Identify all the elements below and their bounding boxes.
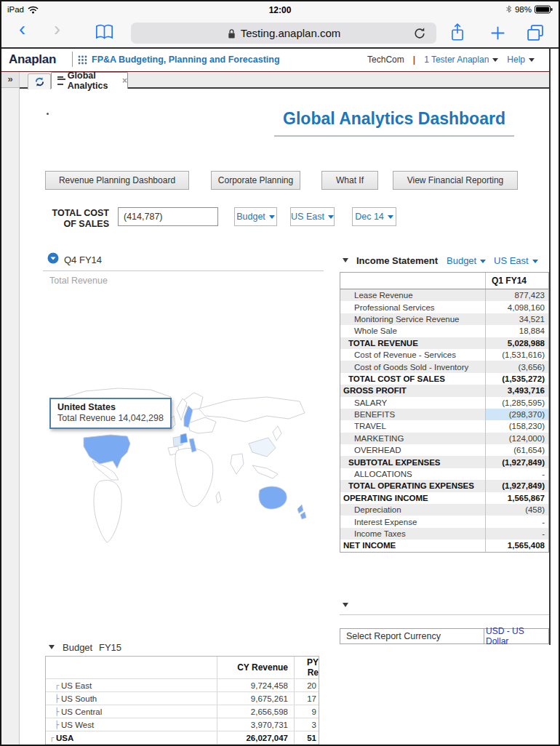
- bookmarks-icon[interactable]: [95, 23, 114, 41]
- income-row-monitoring-service-revenue[interactable]: Monitoring Service Revenue34,521: [340, 313, 548, 325]
- row-value[interactable]: (1,285,595): [486, 397, 548, 409]
- cy-revenue-value[interactable]: 2,656,598: [217, 705, 295, 718]
- income-row-gross-profit[interactable]: GROSS PROFIT3,493,716: [340, 385, 548, 396]
- income-row-depreciation[interactable]: Depreciation(458): [340, 504, 548, 516]
- py-revenue-value[interactable]: 3: [295, 718, 319, 731]
- income-row-benefits[interactable]: BENEFITS(298,370): [340, 409, 548, 420]
- row-value[interactable]: -: [486, 468, 548, 480]
- collapse-panel-button[interactable]: »: [1, 72, 19, 88]
- apps-grid-icon[interactable]: [78, 55, 87, 65]
- py-revenue-value[interactable]: 17: [295, 692, 319, 705]
- row-value[interactable]: 4,098,160: [486, 301, 548, 313]
- budget-dropdown[interactable]: Budget: [234, 207, 277, 226]
- is-budget-dropdown[interactable]: Budget: [447, 255, 486, 266]
- row-value[interactable]: (298,370): [486, 409, 548, 420]
- cy-revenue-value[interactable]: 9,675,261: [217, 692, 295, 705]
- currency-label: Select Report Currency: [340, 629, 484, 643]
- income-row-total-revenue[interactable]: TOTAL REVENUE5,028,988: [340, 337, 548, 349]
- income-row-operating-income[interactable]: OPERATING INCOME1,565,867: [340, 492, 548, 504]
- row-value[interactable]: (3,656): [486, 361, 548, 372]
- address-bar[interactable]: Testing.anaplan.com: [131, 23, 436, 44]
- income-statement-collapse-icon[interactable]: [343, 258, 348, 262]
- corporate-planning-button[interactable]: Corporate Planning: [211, 171, 300, 190]
- row-value[interactable]: (458): [486, 504, 548, 516]
- budget-row-usa[interactable]: ┌USA26,027,04751: [46, 731, 319, 744]
- row-value[interactable]: 877,423: [486, 289, 548, 301]
- budget-row-northern-europe[interactable]: │┌Northern Europe9,913,3767: [46, 744, 319, 745]
- income-row-subtotal-expenses[interactable]: SUBTOTAL EXPENSES(1,927,849): [340, 456, 548, 468]
- row-value[interactable]: -: [486, 528, 548, 540]
- row-value[interactable]: (1,927,849): [486, 480, 548, 492]
- us-east-dropdown[interactable]: US East: [290, 207, 335, 226]
- close-icon[interactable]: ×: [122, 76, 127, 86]
- income-row-cost-of-revenue-services[interactable]: Cost of Revenue - Services(1,531,616): [340, 349, 548, 361]
- row-value[interactable]: 3,493,716: [486, 385, 548, 396]
- income-row-overhead[interactable]: OVERHEAD(61,654): [340, 444, 548, 456]
- py-revenue-value[interactable]: 9: [295, 705, 319, 718]
- income-row-interest-expense[interactable]: Interest Expense-: [340, 516, 548, 527]
- new-tab-icon[interactable]: [489, 24, 507, 42]
- income-row-lease-revenue[interactable]: Lease Revenue877,423: [340, 289, 548, 301]
- collapse-circle-icon[interactable]: [47, 252, 59, 264]
- income-row-salary[interactable]: SALARY(1,285,595): [340, 397, 548, 409]
- row-label: USA: [56, 734, 73, 742]
- help-menu[interactable]: Help: [507, 55, 535, 65]
- budget-header-row: CY Revenue PY Re: [46, 657, 319, 678]
- row-value[interactable]: 1,565,408: [486, 540, 548, 551]
- income-row-income-taxes[interactable]: Income Taxes-: [340, 528, 548, 540]
- url-text: Testing.anaplan.com: [241, 27, 341, 39]
- income-row-marketing[interactable]: MARKETING(124,000): [340, 433, 548, 444]
- currency-value[interactable]: USD - US Dollar: [484, 629, 548, 643]
- dec14-dropdown[interactable]: Dec 14: [352, 207, 396, 226]
- map-measure-label: Total Revenue: [49, 276, 108, 286]
- budget-row-us-west[interactable]: ├US West3,970,7313: [46, 718, 319, 731]
- cy-revenue-value[interactable]: 3,970,731: [217, 718, 295, 731]
- income-row-allocations[interactable]: ALLOCATIONS-: [340, 468, 548, 480]
- row-value[interactable]: (1,531,616): [486, 349, 548, 361]
- budget-row-us-central[interactable]: ├US Central2,656,5989: [46, 705, 319, 718]
- row-value[interactable]: 5,028,988: [486, 337, 548, 349]
- budget-row-us-east[interactable]: ┌US East9,724,45820: [46, 678, 319, 691]
- cy-revenue-value[interactable]: 9,724,458: [217, 679, 295, 691]
- row-value[interactable]: 18,884: [486, 325, 548, 337]
- total-cost-of-sales-input[interactable]: (414,787): [118, 207, 218, 226]
- row-value[interactable]: (1,535,272): [486, 373, 548, 385]
- row-value[interactable]: (61,654): [486, 444, 548, 456]
- section-collapse-icon[interactable]: [343, 603, 348, 607]
- row-value[interactable]: (158,230): [486, 420, 548, 432]
- refresh-icon[interactable]: [413, 27, 426, 40]
- row-value[interactable]: 34,521: [486, 313, 548, 325]
- row-value[interactable]: -: [486, 516, 548, 527]
- sync-tab[interactable]: [28, 73, 51, 89]
- row-value[interactable]: (124,000): [486, 433, 548, 444]
- py-revenue-value[interactable]: 51: [295, 731, 319, 744]
- left-collapse-rail: »: [1, 72, 20, 745]
- income-row-cost-of-goods-sold-inventory[interactable]: Cost of Goods Sold - Inventory(3,656): [340, 361, 548, 372]
- row-value[interactable]: 1,565,867: [486, 492, 548, 504]
- what-if-button[interactable]: What If: [321, 171, 378, 190]
- back-button[interactable]: ‹: [19, 20, 25, 39]
- cy-revenue-value[interactable]: 26,027,047: [217, 731, 295, 744]
- income-row-net-income[interactable]: NET INCOME1,565,408: [340, 540, 548, 551]
- row-value[interactable]: (1,927,849): [486, 456, 548, 468]
- tabs-icon[interactable]: [525, 23, 545, 42]
- budget-collapse-icon[interactable]: [49, 645, 55, 649]
- model-name[interactable]: FP&A Budgeting, Planning and Forecasting: [92, 55, 280, 65]
- view-financial-reporting-button[interactable]: View Financial Reporting: [393, 171, 518, 190]
- income-row-total-operating-expenses[interactable]: TOTAL OPERATING EXPENSES(1,927,849): [340, 480, 548, 492]
- income-row-total-cost-of-sales[interactable]: TOTAL COST OF SALES(1,535,272): [340, 373, 548, 385]
- revenue-planning-dashboard-button[interactable]: Revenue Planning Dashboard: [45, 171, 189, 190]
- py-revenue-value[interactable]: 20: [295, 679, 319, 691]
- hamburger-icon: [57, 76, 63, 85]
- income-row-travel[interactable]: TRAVEL(158,230): [340, 420, 548, 432]
- is-useast-dropdown[interactable]: US East: [494, 255, 538, 266]
- tab-global-analytics[interactable]: Global Analytics ×: [51, 72, 128, 89]
- budget-period: FY15: [99, 642, 121, 653]
- forward-button[interactable]: ›: [54, 20, 60, 39]
- income-row-professional-services[interactable]: Professional Services4,098,160: [340, 301, 548, 313]
- budget-row-us-south[interactable]: ├US South9,675,26117: [46, 691, 319, 705]
- user-menu[interactable]: 1 Tester Anaplan: [424, 55, 498, 65]
- share-icon[interactable]: [448, 22, 467, 44]
- income-row-whole-sale[interactable]: Whole Sale18,884: [340, 325, 548, 337]
- map-japan: [273, 426, 281, 441]
